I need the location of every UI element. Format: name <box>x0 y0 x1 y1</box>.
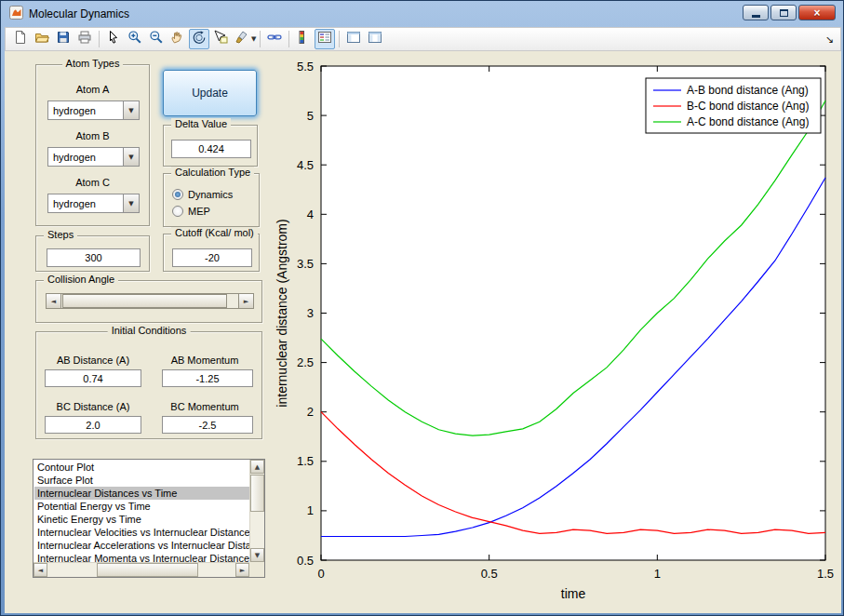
figure-client-area: Atom Types Atom A hydrogen ▼ Atom B hydr… <box>5 51 841 613</box>
edit-plot-button[interactable] <box>103 29 124 49</box>
chevron-down-icon[interactable]: ▼ <box>123 148 139 166</box>
insert-legend-button[interactable] <box>315 29 335 49</box>
chevron-down-icon[interactable]: ▼ <box>123 101 139 119</box>
pan-button[interactable] <box>167 29 188 49</box>
listbox-vertical-scrollbar[interactable]: ▲ ▼ <box>249 460 264 562</box>
zoom-out-button[interactable] <box>146 29 167 49</box>
slider-track[interactable] <box>61 294 238 308</box>
list-item[interactable]: Potential Energy vs Time <box>34 500 249 513</box>
slider-left-arrow[interactable]: ◄ <box>47 294 61 308</box>
scrollbar-thumb[interactable] <box>250 475 264 512</box>
ab-momentum-label: AB Momentum <box>154 355 256 366</box>
steps-input[interactable] <box>47 248 141 267</box>
zoom-out-icon <box>149 30 164 48</box>
new-file-button[interactable] <box>10 29 31 49</box>
toolbar-separator <box>288 31 289 47</box>
slider-right-arrow[interactable]: ► <box>238 294 253 308</box>
y-tick-label: 5.5 <box>297 60 314 74</box>
chevron-down-icon[interactable]: ▼ <box>123 194 139 212</box>
collision-angle-slider[interactable]: ◄ ► <box>46 293 254 309</box>
app-window: Molecular Dynamics × ▼ ↘ <box>0 0 844 616</box>
minimize-button[interactable] <box>743 5 769 20</box>
scrollbar-corner <box>249 562 264 577</box>
scrollbar-track[interactable] <box>47 563 235 577</box>
scrollbar-track[interactable] <box>250 474 264 548</box>
bc-distance-label: BC Distance (A) <box>36 401 150 412</box>
bc-momentum-label: BC Momentum <box>154 401 256 412</box>
ab-distance-input[interactable] <box>45 369 141 387</box>
atom-a-dropdown[interactable]: hydrogen ▼ <box>47 100 140 120</box>
list-item[interactable]: Internuclear Accelerations vs Internucle… <box>34 539 249 552</box>
new-file-icon <box>13 30 28 48</box>
list-item[interactable]: Internuclear Momenta vs Internuclear Dis… <box>34 552 249 562</box>
print-button[interactable] <box>74 29 95 49</box>
minimize-icon <box>752 15 760 18</box>
data-cursor-button[interactable] <box>210 29 231 49</box>
brush-dropdown-caret[interactable]: ▼ <box>251 35 256 43</box>
y-tick-label: 1 <box>307 503 314 517</box>
atom-b-value: hydrogen <box>48 152 123 163</box>
slider-thumb[interactable] <box>62 294 227 308</box>
show-plot-tools-button[interactable] <box>365 29 385 49</box>
atom-c-dropdown[interactable]: hydrogen ▼ <box>47 194 140 213</box>
radio-button-icon[interactable] <box>172 189 183 200</box>
dock-figure-arrow[interactable]: ↘ <box>825 33 836 46</box>
radio-dynamics-label: Dynamics <box>188 189 233 200</box>
collision-angle-title: Collision Angle <box>44 274 118 285</box>
zoom-in-button[interactable] <box>125 29 145 49</box>
plot-type-listbox[interactable]: Contour PlotSurface PlotInternuclear Dis… <box>33 459 265 578</box>
list-item[interactable]: Kinetic Energy vs Time <box>34 513 249 526</box>
update-button[interactable]: Update <box>163 70 257 116</box>
atom-b-dropdown[interactable]: hydrogen ▼ <box>47 147 140 167</box>
listbox-horizontal-scrollbar[interactable]: ◄ ► <box>33 562 249 577</box>
initial-conditions-title: Initial Conditions <box>108 325 191 336</box>
cutoff-input[interactable] <box>172 248 252 267</box>
data-cursor-icon <box>213 30 228 48</box>
figure-toolbar: ▼ ↘ <box>5 27 841 51</box>
scrollbar-thumb[interactable] <box>97 563 198 577</box>
insert-colorbar-button[interactable] <box>293 29 314 49</box>
hide-plot-tools-button[interactable] <box>343 29 364 49</box>
calculation-type-title: Calculation Type <box>171 167 254 178</box>
delta-value-title: Delta Value <box>171 118 231 129</box>
list-item[interactable]: Internuclear Distances vs Time <box>34 487 249 500</box>
x-tick-label: 1.5 <box>817 567 834 581</box>
delta-value-panel: Delta Value <box>163 125 258 167</box>
titlebar[interactable]: Molecular Dynamics × <box>1 1 843 27</box>
scroll-right-arrow[interactable]: ► <box>235 563 249 577</box>
scroll-left-arrow[interactable]: ◄ <box>33 563 47 577</box>
app-icon <box>9 6 23 23</box>
save-icon <box>56 30 71 48</box>
maximize-button[interactable] <box>770 5 797 20</box>
x-tick-label: 0 <box>317 567 324 581</box>
list-item[interactable]: Surface Plot <box>34 474 249 487</box>
list-item[interactable]: Internuclear Velocities vs Internuclear … <box>34 526 249 539</box>
radio-mep[interactable]: MEP <box>172 206 210 217</box>
print-icon <box>77 30 92 48</box>
bc-distance-input[interactable] <box>45 416 141 434</box>
list-item[interactable]: Contour Plot <box>34 461 249 474</box>
radio-button-icon[interactable] <box>172 206 183 217</box>
plot-axes: 0.511.522.533.544.555.500.511.5timeinter… <box>275 51 841 611</box>
rotate-3d-button[interactable] <box>189 29 209 49</box>
bc-momentum-input[interactable] <box>162 416 253 434</box>
legend-entry-label: A-C bond distance (Ang) <box>687 115 809 128</box>
toolbar-separator <box>260 31 261 47</box>
ab-momentum-input[interactable] <box>162 369 253 387</box>
colorbar-icon <box>296 30 311 48</box>
brush-data-button[interactable] <box>232 29 252 49</box>
open-file-button[interactable] <box>32 29 52 49</box>
y-axis-label: internuclear distance (Angstrom) <box>275 219 289 407</box>
y-tick-label: 5 <box>307 109 314 123</box>
link-plot-button[interactable] <box>264 29 285 49</box>
close-button[interactable]: × <box>798 5 836 20</box>
scroll-up-arrow[interactable]: ▲ <box>250 460 264 474</box>
delta-value-input[interactable] <box>171 140 251 158</box>
radio-dynamics[interactable]: Dynamics <box>172 189 233 200</box>
atom-b-label: Atom B <box>36 130 149 141</box>
scroll-down-arrow[interactable]: ▼ <box>250 548 264 562</box>
save-button[interactable] <box>53 29 74 49</box>
calculation-type-panel: Calculation Type Dynamics MEP <box>163 173 260 227</box>
legend-entry-label: A-B bond distance (Ang) <box>687 84 809 97</box>
collision-angle-panel: Collision Angle ◄ ► <box>35 280 262 323</box>
